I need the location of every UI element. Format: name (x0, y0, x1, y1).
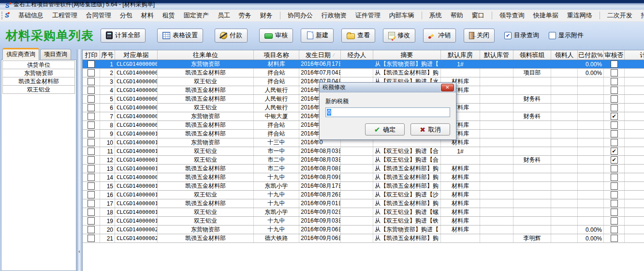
supplier-item[interactable]: 东营物资部 (2, 69, 75, 77)
toolbar-button-计算全部[interactable]: 计算全部 (101, 29, 146, 43)
menu-item-合同管理[interactable]: 合同管理 (82, 10, 116, 21)
column-header-project[interactable]: 项目名称 (254, 50, 299, 60)
toolbar-button-审核[interactable]: 审核 (259, 29, 293, 43)
column-header-print[interactable]: 打印 (83, 50, 100, 60)
print-checkbox[interactable] (88, 130, 95, 137)
approved-checkbox[interactable] (611, 104, 618, 111)
column-header-picker[interactable]: 领料人 (551, 50, 578, 60)
print-checkbox[interactable] (88, 121, 95, 129)
menu-item-快捷单据[interactable]: 快捷单据 (529, 10, 563, 21)
approved-checkbox[interactable] (611, 235, 618, 242)
approved-checkbox[interactable] (611, 130, 618, 137)
print-checkbox[interactable] (88, 209, 95, 216)
approved-checkbox[interactable]: ✔ (611, 113, 618, 120)
menu-item-材料[interactable]: 材料 (137, 10, 158, 21)
approved-checkbox[interactable] (611, 165, 618, 172)
sidebar-tab-供应商查询[interactable]: 供应商查询 (2, 48, 39, 60)
menu-item-协同办公[interactable]: 协同办公 (283, 10, 317, 21)
approved-checkbox[interactable] (611, 217, 618, 225)
toolbar-button-查看[interactable]: 查看 (341, 29, 375, 43)
column-header-approved[interactable]: 审核否 (604, 50, 625, 60)
mdi-child-icon[interactable]: S (5, 12, 9, 19)
menu-item-行政物资[interactable]: 行政物资 (317, 10, 351, 21)
table-row[interactable]: 19CLCGD140000017双王铝业十九中2016年09月03日从【双王铝业… (83, 217, 644, 226)
toolbar-checkbox-显示附件[interactable]: 显示附件 (549, 31, 584, 40)
print-checkbox[interactable] (88, 139, 95, 146)
table-row[interactable]: 13CLCGD140000014凯强五金材料部市二中2016年08月08日从【凯… (83, 165, 644, 173)
menu-item-系统[interactable]: 系统 (425, 10, 446, 21)
menu-item-劳务[interactable]: 劳务 (234, 10, 256, 21)
menu-item-证件管理[interactable]: 证件管理 (351, 10, 385, 21)
print-checkbox[interactable] (88, 217, 95, 225)
approved-checkbox[interactable] (611, 121, 618, 129)
menu-item-分包[interactable]: 分包 (116, 10, 137, 21)
toolbar-button-付款[interactable]: 付款 (215, 29, 248, 43)
menu-item-重连网络[interactable]: 重连网络 (563, 10, 597, 21)
print-checkbox[interactable] (88, 104, 95, 111)
print-checkbox[interactable] (88, 182, 95, 190)
table-row[interactable]: 15CLCGD140000015凯强五金材料部东凯小学2016年08月17日从【… (83, 182, 644, 191)
menu-item-工程管理[interactable]: 工程管理 (48, 10, 82, 21)
approved-checkbox[interactable] (611, 226, 618, 233)
print-checkbox[interactable] (88, 191, 95, 198)
approved-checkbox[interactable] (611, 95, 618, 103)
table-row[interactable]: 2CLCGD140000003凯强五金材料部拌合站2016年07月04日从【凯强… (83, 69, 644, 77)
approved-checkbox[interactable] (611, 69, 618, 76)
print-checkbox[interactable] (88, 69, 95, 76)
table-row[interactable]: 21CLCGD140000021凯强五金材料部德大铁路2016年09月06日从【… (83, 234, 644, 243)
column-header-seq[interactable]: 序号 (100, 50, 115, 60)
supplier-item[interactable]: 双王铝业 (2, 85, 75, 94)
menu-item-员工[interactable]: 员工 (213, 10, 234, 21)
toolbar-button-冲销[interactable]: 冲销 (423, 29, 456, 43)
approved-checkbox[interactable] (611, 174, 618, 181)
toolbar-checkbox-目录查询[interactable]: ✔目录查询 (504, 31, 539, 40)
table-row[interactable]: 1CLCGD140000001东营物资部材料库2016年06月17日从【东营物资… (83, 60, 644, 69)
dialog-title-bar[interactable]: 税额修改 ✕ (320, 83, 456, 92)
approved-checkbox[interactable] (611, 200, 618, 207)
toolbar-button-新建[interactable]: 新建 (301, 29, 334, 43)
column-header-summary[interactable]: 摘要 (373, 50, 441, 60)
supplier-item[interactable]: 凯强五金材料部 (2, 77, 75, 86)
approved-checkbox[interactable] (611, 87, 618, 94)
print-checkbox[interactable] (88, 174, 95, 181)
menu-item-帮助[interactable]: 帮助 (446, 10, 468, 21)
print-checkbox[interactable] (88, 148, 95, 155)
table-row[interactable]: 16CLCGD140000019双王铝业十九中2016年08月26日从【双王铝业… (83, 191, 644, 199)
print-checkbox[interactable] (88, 87, 95, 94)
column-header-unit[interactable]: 往来单位 (158, 50, 254, 60)
print-checkbox[interactable] (88, 200, 95, 207)
column-header-paid[interactable]: 已付款% (578, 50, 604, 60)
checkbox-icon[interactable] (549, 32, 556, 39)
column-header-team[interactable]: 领料班组 (513, 50, 551, 60)
sidebar-tab-项目查询[interactable]: 项目查询 (40, 49, 71, 60)
menu-item-财务[interactable]: 财务 (256, 10, 277, 21)
print-checkbox[interactable] (88, 226, 95, 233)
menu-item-固定资产[interactable]: 固定资产 (179, 10, 213, 21)
table-row[interactable]: 11CLCGD140000012双王铝业市一中2016年08月03日从【双王铝业… (83, 147, 644, 156)
column-header-plan[interactable]: 计划 (625, 50, 644, 60)
menu-item-内部车辆[interactable]: 内部车辆 (385, 10, 419, 21)
menu-item-窗口[interactable]: 窗口 (468, 10, 489, 21)
print-checkbox[interactable] (88, 78, 95, 85)
column-header-warehouse[interactable]: 默认库房 (441, 50, 480, 60)
column-header-handler[interactable]: 经办人 (341, 50, 373, 60)
toolbar-button-修改[interactable]: 修改 (383, 29, 415, 43)
table-row[interactable]: 17CLCGD140000018凯强五金材料部十九中2016年09月01日从【凯… (83, 199, 644, 208)
print-checkbox[interactable] (88, 235, 95, 242)
print-checkbox[interactable] (88, 156, 95, 164)
menu-item-租赁[interactable]: 租赁 (158, 10, 179, 21)
approved-checkbox[interactable] (611, 78, 618, 85)
menu-item-领导查询[interactable]: 领导查询 (495, 10, 529, 21)
new-tax-input[interactable]: 0 (325, 107, 450, 117)
table-row[interactable]: 18CLCGD140000016双王铝业东凯小学2016年09月02日从【双王铝… (83, 208, 644, 217)
checkbox-icon[interactable]: ✔ (504, 32, 512, 39)
print-checkbox[interactable] (88, 165, 95, 172)
dialog-close-icon[interactable]: ✕ (441, 84, 454, 91)
column-header-date[interactable]: 发生日期∕ (299, 50, 341, 60)
table-row[interactable]: 14CLCGD140000002凯强五金材料部十九中2016年08月09日从【凯… (83, 173, 644, 182)
print-checkbox[interactable] (88, 60, 95, 68)
approved-checkbox[interactable] (611, 191, 618, 198)
cancel-button[interactable]: ✖ 取消 (410, 123, 450, 136)
print-checkbox[interactable] (88, 95, 95, 103)
toolbar-button-关闭[interactable]: 关闭 (464, 29, 495, 43)
